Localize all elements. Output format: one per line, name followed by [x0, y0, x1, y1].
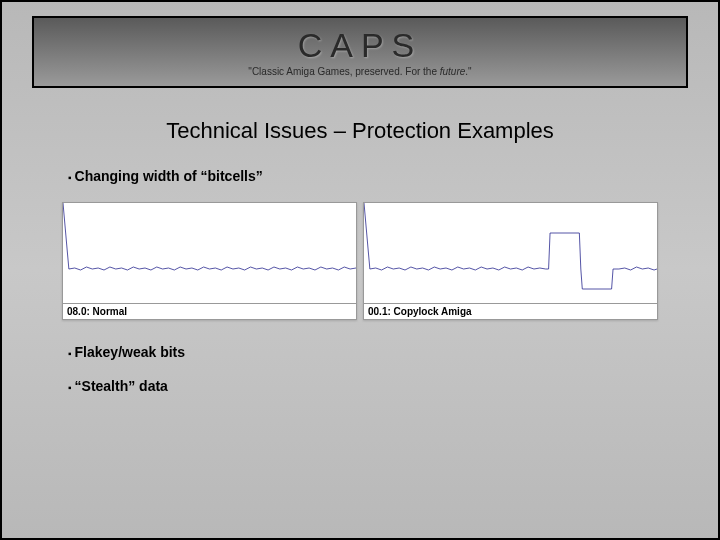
tagline-emph: future [440, 66, 466, 77]
bullet-3: “Stealth” data [68, 378, 658, 394]
header-banner: CAPS "Classic Amiga Games, preserved. Fo… [32, 16, 688, 88]
header-inner: CAPS "Classic Amiga Games, preserved. Fo… [248, 28, 471, 77]
bullet-2: Flakey/weak bits [68, 344, 658, 360]
chart-copylock-svg [364, 203, 657, 303]
chart-row: 08.0: Normal 00.1: Copylock Amiga [62, 202, 658, 320]
tagline-suffix: ." [465, 66, 471, 77]
chart-copylock-label: 00.1: Copylock Amiga [364, 303, 657, 319]
logo-text: CAPS [248, 28, 471, 62]
tagline-prefix: "Classic Amiga Games, preserved. For the [248, 66, 439, 77]
chart-normal-body [63, 203, 356, 303]
chart-normal-svg [63, 203, 356, 303]
bullet-1: Changing width of “bitcells” [68, 168, 658, 184]
slide-content: Technical Issues – Protection Examples C… [2, 88, 718, 394]
chart-normal: 08.0: Normal [62, 202, 357, 320]
chart-copylock-body [364, 203, 657, 303]
tagline: "Classic Amiga Games, preserved. For the… [248, 66, 471, 77]
chart-copylock: 00.1: Copylock Amiga [363, 202, 658, 320]
chart-normal-label: 08.0: Normal [63, 303, 356, 319]
slide-title: Technical Issues – Protection Examples [62, 118, 658, 144]
